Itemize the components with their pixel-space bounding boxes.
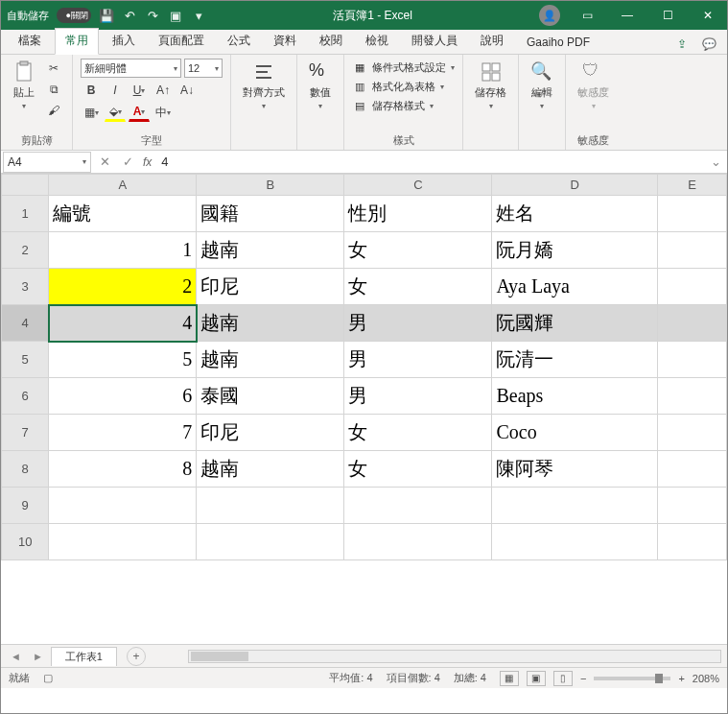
conditional-format-button[interactable]: ▦條件式格式設定▾	[352, 59, 455, 76]
row-header[interactable]: 8	[2, 451, 49, 488]
expand-formula-icon[interactable]: ⌄	[704, 152, 727, 173]
row-header[interactable]: 7	[2, 415, 49, 451]
cell[interactable]: 印尼	[197, 269, 344, 305]
cell[interactable]: 編號	[49, 196, 197, 232]
cell[interactable]: 陳阿琴	[492, 451, 658, 488]
row-header[interactable]: 3	[2, 269, 49, 305]
col-header-A[interactable]: A	[49, 175, 197, 196]
row-header[interactable]: 4	[2, 305, 49, 342]
font-name-select[interactable]: 新細明體▾	[81, 59, 181, 78]
col-header-E[interactable]: E	[658, 175, 727, 196]
cell[interactable]	[658, 232, 727, 269]
format-painter-icon[interactable]: 🖌	[43, 101, 64, 120]
cell[interactable]: 男	[344, 342, 492, 378]
tab-pdf[interactable]: Gaaiho PDF	[517, 32, 599, 54]
tab-review[interactable]: 校閱	[310, 29, 352, 54]
cell[interactable]: 男	[344, 378, 492, 415]
tab-home[interactable]: 常用	[55, 28, 99, 55]
cell[interactable]: 泰國	[197, 378, 344, 415]
cell[interactable]	[658, 451, 727, 488]
tab-data[interactable]: 資料	[264, 29, 306, 54]
camera-icon[interactable]: ▣	[168, 8, 183, 23]
maximize-button[interactable]: ☐	[654, 6, 681, 25]
cell[interactable]	[49, 488, 197, 524]
editing-button[interactable]: 🔍 編輯▾	[527, 59, 557, 112]
zoom-in-button[interactable]: +	[678, 673, 684, 684]
cell[interactable]: 國籍	[197, 196, 344, 232]
macro-record-icon[interactable]: ▢	[43, 672, 53, 684]
cut-icon[interactable]: ✂	[43, 59, 64, 78]
sheet-nav-next-icon[interactable]: ►	[29, 651, 47, 662]
col-header-B[interactable]: B	[197, 175, 344, 196]
fill-color-button[interactable]: ⬙▾	[105, 103, 126, 122]
cell[interactable]	[658, 196, 727, 232]
cell-styles-button[interactable]: ▤儲存格樣式▾	[352, 97, 434, 114]
comments-icon[interactable]: 💬	[698, 35, 719, 54]
cell[interactable]	[197, 524, 344, 560]
font-size-select[interactable]: 12▾	[184, 59, 223, 78]
tab-help[interactable]: 說明	[471, 29, 513, 54]
view-page-layout-icon[interactable]: ▣	[527, 671, 546, 686]
zoom-level[interactable]: 208%	[693, 673, 719, 684]
tab-insert[interactable]: 插入	[103, 29, 145, 54]
view-page-break-icon[interactable]: ▯	[553, 671, 573, 686]
save-icon[interactable]: 💾	[99, 8, 114, 23]
italic-button[interactable]: I	[105, 81, 126, 100]
cell[interactable]	[492, 488, 658, 524]
select-all-corner[interactable]	[2, 175, 49, 196]
zoom-slider[interactable]	[594, 677, 670, 680]
cell[interactable]: 女	[344, 451, 492, 488]
close-button[interactable]: ✕	[694, 6, 721, 25]
cell[interactable]	[658, 305, 727, 342]
formula-bar[interactable]: 4	[155, 155, 704, 169]
tab-file[interactable]: 檔案	[9, 29, 51, 54]
tab-developer[interactable]: 開發人員	[402, 29, 467, 54]
cell[interactable]: 女	[344, 415, 492, 451]
col-header-D[interactable]: D	[492, 175, 658, 196]
cell[interactable]	[658, 415, 727, 451]
horizontal-scrollbar[interactable]	[188, 650, 721, 663]
redo-icon[interactable]: ↷	[145, 8, 160, 23]
number-format-button[interactable]: % 數值▾	[305, 59, 336, 112]
sheet-nav-prev-icon[interactable]: ◄	[7, 651, 25, 662]
row-header[interactable]: 10	[2, 524, 49, 560]
row-header[interactable]: 2	[2, 232, 49, 269]
cell[interactable]: 性別	[344, 196, 492, 232]
minimize-button[interactable]: —	[614, 6, 641, 25]
cell[interactable]: 越南	[197, 305, 344, 342]
border-button[interactable]: ▦▾	[81, 103, 102, 122]
qat-more-icon[interactable]: ▾	[191, 8, 206, 23]
cell[interactable]: 6	[49, 378, 197, 415]
cell[interactable]: 姓名	[492, 196, 658, 232]
tab-view[interactable]: 檢視	[356, 29, 398, 54]
cell[interactable]	[658, 342, 727, 378]
cell[interactable]	[658, 488, 727, 524]
cell[interactable]	[658, 524, 727, 560]
cancel-formula-icon[interactable]: ✕	[93, 152, 116, 173]
cell[interactable]: 8	[49, 451, 197, 488]
share-icon[interactable]: ⇪	[671, 35, 693, 54]
cell[interactable]	[658, 269, 727, 305]
cell[interactable]: Coco	[492, 415, 658, 451]
paste-button[interactable]: 貼上▾	[9, 59, 39, 112]
row-header[interactable]: 9	[2, 488, 49, 524]
font-color-button[interactable]: A▾	[129, 103, 150, 122]
bold-button[interactable]: B	[81, 81, 102, 100]
name-box[interactable]: A4▾	[3, 152, 91, 173]
autosave-toggle[interactable]: ●關閉	[57, 8, 91, 23]
tab-layout[interactable]: 頁面配置	[149, 29, 214, 54]
fx-icon[interactable]: fx	[139, 155, 155, 169]
undo-icon[interactable]: ↶	[122, 8, 137, 23]
phonetic-button[interactable]: 中▾	[153, 103, 174, 122]
cell[interactable]	[658, 378, 727, 415]
shrink-font-icon[interactable]: A↓	[176, 81, 198, 100]
cell[interactable]: Aya Laya	[492, 269, 658, 305]
cell[interactable]: 越南	[197, 451, 344, 488]
cells-button[interactable]: 儲存格▾	[471, 59, 510, 112]
row-header[interactable]: 6	[2, 378, 49, 415]
alignment-button[interactable]: 對齊方式▾	[239, 59, 289, 112]
cell[interactable]: 5	[49, 342, 197, 378]
add-sheet-button[interactable]: +	[127, 647, 146, 666]
cell[interactable]: Beaps	[492, 378, 658, 415]
cell[interactable]	[49, 524, 197, 560]
